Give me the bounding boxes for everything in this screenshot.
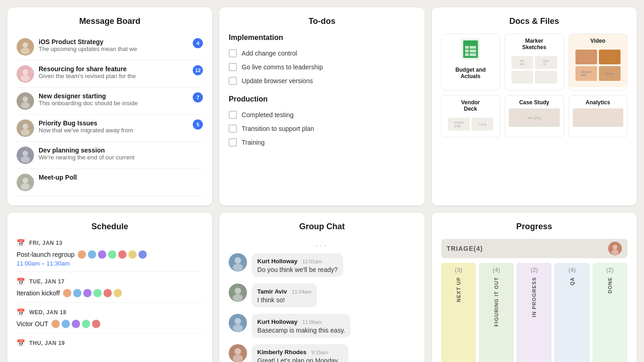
calendar-icon: 📅 <box>17 277 26 286</box>
message-board-item[interactable]: Priority Bug Issues Now that we've migra… <box>17 115 203 142</box>
todo-checkbox[interactable] <box>229 111 237 119</box>
avatar <box>81 319 91 328</box>
todo-checkbox[interactable] <box>229 124 237 133</box>
message-board-item[interactable]: Resourcing for share feature Given the t… <box>17 61 203 88</box>
doc-card-analytics[interactable]: Analytics <box>569 95 627 137</box>
svg-point-16 <box>23 178 28 183</box>
todo-section: ProductionCompleted testingTransition to… <box>229 95 415 149</box>
todo-checkbox[interactable] <box>229 138 237 147</box>
msg-preview: This onboarding doc should be inside <box>39 100 189 107</box>
msg-title: Resourcing for share feature <box>39 65 189 73</box>
svg-rect-23 <box>470 50 476 52</box>
doc-label: Analytics <box>573 99 623 106</box>
doc-label: VendorDeck <box>445 99 496 112</box>
msg-badge: 12 <box>193 65 203 75</box>
avatar <box>128 250 137 259</box>
avatar <box>93 288 102 298</box>
todos-content: ImplementationAdd change controlGo live … <box>229 34 415 149</box>
schedule-date: 📅THU, JAN 19 <box>17 339 203 347</box>
todo-item[interactable]: Go live comms to leadership <box>229 60 415 74</box>
svg-point-5 <box>21 75 30 81</box>
vendor-thumb: 2.png <box>472 118 493 130</box>
svg-point-17 <box>21 183 30 190</box>
progress-card: Progress TRIAGE(4) (3) NEXT UP (4) FIGUR… <box>432 213 637 362</box>
col-label: FIGURING IT OUT <box>494 277 499 327</box>
avatar <box>108 250 117 259</box>
video-thumb: ScreenRec <box>575 66 597 81</box>
avatar <box>98 250 107 259</box>
todo-section-title: Implementation <box>229 34 415 42</box>
message-board-card: Message Board iOS Product Strategy The u… <box>7 7 212 205</box>
msg-preview: Given the team's revised plan for the <box>39 73 189 79</box>
svg-point-4 <box>23 69 28 75</box>
todo-item[interactable]: Completed testing <box>229 108 415 122</box>
todo-checkbox[interactable] <box>229 63 237 71</box>
schedule-event[interactable]: Victor OUT <box>17 319 203 334</box>
todo-item[interactable]: Update browser versions <box>229 74 415 88</box>
chat-avatar <box>229 344 247 362</box>
chat-sender-name: Kurt Holloway <box>257 318 297 325</box>
progress-col-qa: (4) QA <box>554 263 589 362</box>
todo-item[interactable]: Training <box>229 136 415 149</box>
message-board-item[interactable]: New designer starting This onboarding do… <box>17 88 203 115</box>
video-thumb <box>575 50 597 64</box>
msg-avatar <box>17 119 34 137</box>
todo-label: Transition to support plan <box>242 125 314 132</box>
todo-label: Go live comms to leadership <box>242 63 323 71</box>
message-board-item[interactable]: iOS Product Strategy The upcoming update… <box>17 34 203 61</box>
msg-preview: Now that we've migrated away from <box>39 127 189 134</box>
chat-message: Kurt Holloway 11:06am Basecamp is making… <box>229 314 415 338</box>
schedule-event[interactable]: Post-launch regroup 11:00am – 11:30am <box>17 250 203 272</box>
triage-avatar <box>608 242 622 255</box>
doc-card-marker[interactable]: MarkerSketches AdMin Event <box>505 34 564 90</box>
avatar <box>73 288 82 298</box>
col-label: DONE <box>607 277 613 294</box>
message-board-item[interactable]: Meet-up Poll <box>17 169 203 196</box>
schedule-date: 📅WED, JAN 18 <box>17 308 203 317</box>
todo-item[interactable]: Transition to support plan <box>229 122 415 136</box>
doc-card-budget[interactable]: Budget andActuals <box>441 34 500 90</box>
msg-avatar <box>17 92 34 110</box>
docs-row-1: Budget andActuals MarkerSketches AdMin E… <box>441 34 627 90</box>
svg-point-34 <box>233 324 243 332</box>
avatar <box>83 288 92 298</box>
avatar <box>118 250 127 259</box>
todo-label: Update browser versions <box>242 77 313 85</box>
progress-col-done: (2) DONE <box>592 263 627 362</box>
message-board-item[interactable]: Dev planning session We're nearing the e… <box>17 142 203 169</box>
spreadsheet-icon <box>461 39 480 64</box>
chat-sender-name: Kimberly Rhodes <box>257 349 306 356</box>
progress-col-figuring: (4) FIGURING IT OUT <box>479 263 514 362</box>
todo-item[interactable]: Add change control <box>229 46 415 60</box>
avatar <box>92 319 101 328</box>
doc-card-vendor[interactable]: VendorDeck vendor.png 2.png <box>441 95 500 137</box>
group-chat-card: Group Chat ... Kurt Holloway 11:01am Do … <box>219 213 424 362</box>
doc-card-video[interactable]: Video ScreenRec Demo <box>569 34 627 90</box>
todo-section: ImplementationAdd change controlGo live … <box>229 34 415 88</box>
msg-preview: We're nearing the end of our current <box>39 154 203 161</box>
doc-label: Case Study <box>509 99 559 106</box>
chat-divider: ... <box>229 239 415 249</box>
chat-bubble: Kurt Holloway 11:06am Basecamp is making… <box>252 314 351 338</box>
doc-card-casestudy[interactable]: Case Study abc.png <box>505 95 564 137</box>
chat-message: Kurt Holloway 11:01am Do you think we'll… <box>229 253 415 277</box>
marker-thumb <box>512 71 533 84</box>
svg-point-8 <box>21 102 30 108</box>
todo-section-title: Production <box>229 95 415 103</box>
marker-thumb: AdMin <box>512 56 533 69</box>
chat-sender-name: Tamir Aviv <box>257 288 287 295</box>
todo-checkbox[interactable] <box>229 49 237 57</box>
svg-point-36 <box>235 348 241 355</box>
svg-point-37 <box>233 355 243 362</box>
event-time: 11:00am – 11:30am <box>17 260 203 267</box>
col-count: (2) <box>530 266 538 273</box>
progress-content: TRIAGE(4) (3) NEXT UP (4) FIGURING IT OU… <box>441 239 627 362</box>
todo-checkbox[interactable] <box>229 77 237 85</box>
main-grid: Message Board iOS Product Strategy The u… <box>7 7 637 362</box>
video-thumb: Demo <box>599 66 621 81</box>
msg-title: Meet-up Poll <box>39 174 203 181</box>
schedule-event[interactable]: Iteration kickoff <box>17 288 203 303</box>
msg-avatar <box>17 38 34 56</box>
avatar <box>71 319 80 328</box>
calendar-icon: 📅 <box>17 308 26 317</box>
